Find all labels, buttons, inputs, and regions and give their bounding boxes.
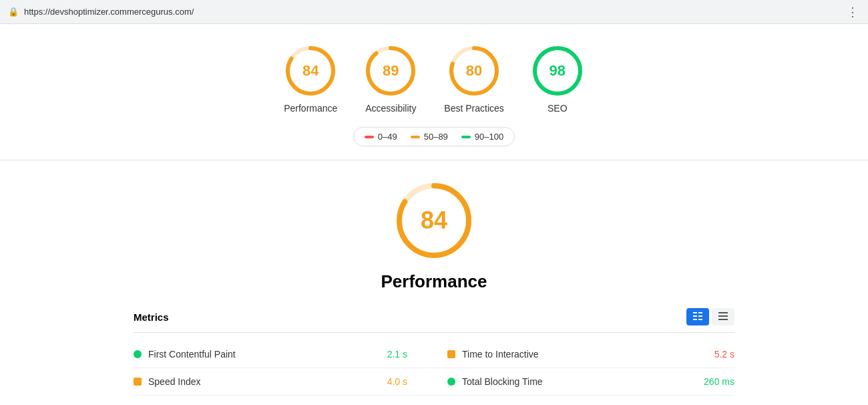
metrics-section: Metrics Fir — [134, 308, 734, 405]
metric-name-si: Speed Index — [148, 376, 387, 387]
browser-url: https://devshoptimizer.commercegurus.com… — [24, 7, 194, 17]
metric-value-fcp: 2.1 s — [387, 349, 407, 360]
score-seo-label: SEO — [548, 103, 568, 114]
view-btn-list[interactable] — [712, 308, 734, 325]
metric-name-tbt: Total Blocking Time — [462, 376, 704, 387]
view-toggle — [686, 308, 734, 325]
metric-name-fcp: First Contentful Paint — [148, 349, 387, 360]
browser-menu-icon[interactable]: ⋮ — [847, 5, 860, 19]
score-performance: 84 Performance — [284, 44, 337, 114]
metric-row-lcp: Largest Contentful Paint 3.2 s — [134, 396, 434, 405]
score-seo: 98 SEO — [531, 44, 584, 114]
main-section: 84 Performance Metrics — [0, 160, 868, 405]
metrics-grid: First Contentful Paint 2.1 s Time to Int… — [134, 341, 734, 405]
svg-rect-11 — [698, 312, 702, 313]
legend-dot-red — [365, 136, 374, 138]
legend-dot-green — [461, 136, 471, 138]
metric-indicator-tbt — [447, 378, 455, 386]
score-best-practices-label: Best Practices — [444, 103, 503, 114]
legend-item-mid: 50–89 — [411, 132, 448, 142]
metric-row-si: Speed Index 4.0 s — [134, 368, 434, 396]
metric-row-fcp: First Contentful Paint 2.1 s — [134, 341, 434, 368]
scores-row: 84 Performance 89 Accessibility — [284, 44, 584, 114]
gauge-seo-value: 98 — [550, 62, 566, 80]
gauge-accessibility-value: 89 — [383, 62, 399, 80]
metric-name-tti: Time to Interactive — [462, 349, 714, 360]
legend-label-low: 0–49 — [378, 132, 397, 142]
legend-item-high: 90–100 — [461, 132, 503, 142]
metric-row-cls: Cumulative Layout Shift 0.001 — [434, 396, 734, 405]
svg-rect-13 — [698, 315, 702, 317]
svg-rect-12 — [693, 315, 697, 317]
svg-rect-17 — [718, 315, 728, 317]
metric-value-si: 4.0 s — [387, 376, 407, 387]
metric-value-tti: 5.2 s — [714, 349, 734, 360]
gauge-best-practices-value: 80 — [466, 62, 482, 80]
svg-rect-14 — [693, 319, 697, 320]
gauge-performance: 84 — [284, 44, 337, 98]
gauge-accessibility: 89 — [364, 44, 417, 98]
metric-indicator-fcp — [134, 350, 142, 358]
legend-dot-orange — [411, 136, 420, 138]
score-best-practices: 80 Best Practices — [444, 44, 503, 114]
svg-rect-18 — [718, 319, 728, 320]
big-gauge-value: 84 — [421, 207, 447, 235]
view-btn-grid[interactable] — [686, 308, 709, 325]
score-performance-label: Performance — [284, 103, 337, 114]
lock-icon: 🔒 — [8, 7, 19, 17]
big-gauge: 84 — [394, 180, 474, 261]
legend-label-mid: 50–89 — [424, 132, 448, 142]
metrics-title: Metrics — [134, 311, 169, 323]
score-accessibility-label: Accessibility — [365, 103, 416, 114]
svg-rect-10 — [693, 312, 697, 313]
legend-label-high: 90–100 — [475, 132, 503, 142]
score-accessibility: 89 Accessibility — [364, 44, 417, 114]
metric-value-tbt: 260 ms — [704, 376, 734, 387]
metric-indicator-tti — [447, 350, 455, 358]
metric-row-tbt: Total Blocking Time 260 ms — [434, 368, 734, 396]
gauge-seo: 98 — [531, 44, 584, 98]
metric-indicator-si — [134, 378, 142, 386]
svg-rect-16 — [718, 312, 728, 313]
metric-row-tti: Time to Interactive 5.2 s — [434, 341, 734, 368]
svg-rect-15 — [698, 319, 702, 320]
legend: 0–49 50–89 90–100 — [353, 127, 515, 146]
performance-title: Performance — [381, 271, 487, 292]
metrics-header: Metrics — [134, 308, 734, 333]
gauge-best-practices: 80 — [447, 44, 501, 98]
browser-bar: 🔒 https://devshoptimizer.commercegurus.c… — [0, 0, 868, 24]
gauge-performance-value: 84 — [302, 62, 318, 80]
scores-section: 84 Performance 89 Accessibility — [0, 24, 868, 160]
legend-item-low: 0–49 — [365, 132, 397, 142]
